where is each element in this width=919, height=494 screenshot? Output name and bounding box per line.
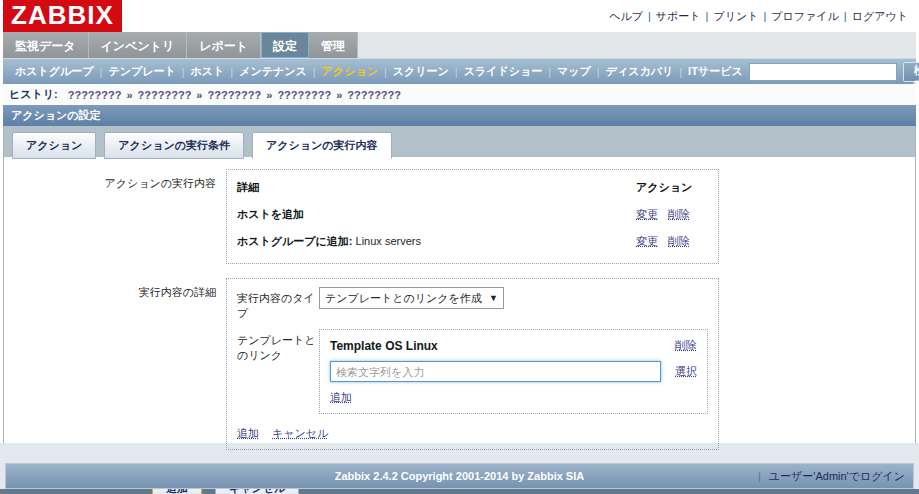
copyright-text: Zabbix 2.4.2 Copyright 2001-2014 by Zabb… (335, 470, 584, 482)
column-action: アクション (636, 178, 708, 201)
tab-strip: アクション アクションの実行条件 アクションの実行内容 (4, 126, 915, 157)
operation-type-field: 実行内容のタイプ テンプレートとのリンクを作成 ▼ (237, 287, 708, 321)
template-add-row: 追加 (330, 390, 697, 405)
column-details: 詳細 (237, 178, 636, 201)
operations-box: 詳細 アクション ホストを追加 変更削除 ホストグループに追加: Linux s… (226, 169, 719, 264)
zabbix-page: ZABBIX ヘルプ|サポート|プリント|プロファイル|ログアウト 監視データ … (0, 0, 919, 494)
template-link-box: Template OS Linux 削除 選択 追加 (319, 329, 708, 414)
selected-option: テンプレートとのリンクを作成 (325, 291, 485, 306)
history-link[interactable]: ???????? (138, 89, 192, 101)
support-link[interactable]: サポート (656, 10, 701, 22)
profile-link[interactable]: プロファイル (771, 10, 839, 22)
history-link[interactable]: ???????? (207, 89, 261, 101)
help-link[interactable]: ヘルプ (609, 10, 643, 22)
main-nav-tabs: 監視データ インベントリ レポート 設定 管理 (3, 32, 358, 58)
subnav-slideshows[interactable]: スライドショー (458, 64, 549, 79)
remove-template-link[interactable]: 削除 (675, 338, 697, 353)
template-entry: Template OS Linux 削除 (330, 338, 697, 353)
top-links: ヘルプ|サポート|プリント|プロファイル|ログアウト (609, 9, 908, 24)
edit-link[interactable]: 変更 (636, 235, 658, 247)
operation-details-box: 実行内容のタイプ テンプレートとのリンクを作成 ▼ テンプレートとのリンク Te… (226, 278, 719, 450)
select-template-link[interactable]: 選択 (675, 364, 697, 379)
nav-administration[interactable]: 管理 (309, 32, 358, 58)
logout-link[interactable]: ログアウト (852, 10, 908, 22)
footer-separator: | (758, 470, 761, 482)
main-nav: 監視データ インベントリ レポート 設定 管理 (3, 32, 916, 58)
delete-link[interactable]: 削除 (668, 208, 690, 220)
footer-bar: Zabbix 2.4.2 Copyright 2001-2014 by Zabb… (5, 463, 914, 489)
page-title: アクションの設定 (3, 105, 916, 126)
tab-action[interactable]: アクション (12, 132, 96, 159)
window-bottom-edge (0, 489, 919, 494)
zabbix-logo[interactable]: ZABBIX (3, 0, 122, 32)
template-name: Template OS Linux (330, 339, 675, 353)
subnav-discovery[interactable]: ディスカバリ (600, 64, 680, 79)
nav-configuration[interactable]: 設定 (261, 32, 309, 58)
operation-type-select[interactable]: テンプレートとのリンクを作成 ▼ (319, 287, 504, 309)
operation-name: ホストを追加 (237, 208, 304, 220)
history-label: ヒストリ: (9, 87, 58, 102)
chevron-down-icon: ▼ (489, 293, 498, 303)
operation-details-row: 実行内容の詳細 実行内容のタイプ テンプレートとのリンクを作成 ▼ テンプレート… (4, 278, 915, 450)
top-link-separator: | (758, 10, 771, 22)
add-template-link[interactable]: 追加 (330, 391, 352, 403)
subnav-maps[interactable]: マップ (551, 64, 597, 79)
history-separator: » (191, 89, 207, 101)
top-link-separator: | (701, 10, 714, 22)
operations-row: アクションの実行内容 詳細 アクション ホストを追加 変更削除 ホストグループに… (4, 169, 915, 264)
template-link-label: テンプレートとのリンク (237, 329, 319, 414)
subnav-maintenance[interactable]: メンテナンス (233, 64, 313, 79)
top-link-separator: | (839, 10, 852, 22)
tab-operations[interactable]: アクションの実行内容 (252, 132, 392, 159)
subnav-hosts[interactable]: ホスト (185, 64, 231, 79)
user-text: ユーザー'Admin'でログイン (769, 470, 905, 482)
footer-wrap: Zabbix 2.4.2 Copyright 2001-2014 by Zabb… (0, 463, 919, 489)
operation-name: ホストグループに追加: (237, 235, 352, 247)
delete-link[interactable]: 削除 (668, 235, 690, 247)
subnav-it-services[interactable]: ITサービス (682, 64, 749, 79)
search-button[interactable]: 検索 (903, 62, 919, 82)
template-search-row: 選択 (330, 361, 697, 382)
operation-cancel-link[interactable]: キャンセル (272, 427, 328, 439)
tab-conditions[interactable]: アクションの実行条件 (104, 132, 244, 159)
history-link[interactable]: ???????? (347, 89, 401, 101)
operation-value: Linux servers (356, 235, 421, 247)
operation-add-link[interactable]: 追加 (237, 427, 259, 439)
subnav-templates[interactable]: テンプレート (102, 64, 181, 79)
operations-label: アクションの実行内容 (4, 169, 226, 264)
top-bar: ZABBIX ヘルプ|サポート|プリント|プロファイル|ログアウト (3, 0, 916, 32)
history-link[interactable]: ???????? (68, 89, 122, 101)
print-link[interactable]: プリント (713, 10, 758, 22)
operations-table: 詳細 アクション ホストを追加 変更削除 ホストグループに追加: Linux s… (237, 178, 708, 255)
operation-detail-actions: 追加 キャンセル (237, 426, 708, 441)
subnav-screens[interactable]: スクリーン (387, 64, 455, 79)
history-link[interactable]: ???????? (277, 89, 331, 101)
history-separator: » (261, 89, 277, 101)
nav-monitoring[interactable]: 監視データ (3, 32, 89, 58)
nav-inventory[interactable]: インベントリ (89, 32, 188, 58)
template-search-input[interactable] (330, 361, 661, 382)
subnav-host-groups[interactable]: ホストグループ (9, 64, 100, 79)
history-separator: » (121, 89, 137, 101)
action-config-panel: アクション アクションの実行条件 アクションの実行内容 アクションの実行内容 詳… (3, 126, 916, 443)
operation-details-label: 実行内容の詳細 (4, 278, 226, 450)
history-separator: » (331, 89, 347, 101)
nav-reports[interactable]: レポート (187, 32, 261, 58)
history-row: ヒストリ: ????????» ????????» ????????» ????… (3, 84, 916, 105)
logged-in-user: |ユーザー'Admin'でログイン (758, 464, 905, 488)
subnav-actions[interactable]: アクション (316, 64, 384, 79)
table-row: ホストを追加 変更削除 (237, 201, 708, 228)
sub-nav: ホストグループ| テンプレート| ホスト| メンテナンス| アクション| スクリ… (3, 58, 916, 84)
edit-link[interactable]: 変更 (636, 208, 658, 220)
template-link-field: テンプレートとのリンク Template OS Linux 削除 選択 (237, 329, 708, 414)
operation-type-label: 実行内容のタイプ (237, 287, 319, 321)
table-row: ホストグループに追加: Linux servers 変更削除 (237, 228, 708, 255)
global-search-input[interactable] (749, 63, 897, 81)
top-link-separator: | (643, 10, 656, 22)
